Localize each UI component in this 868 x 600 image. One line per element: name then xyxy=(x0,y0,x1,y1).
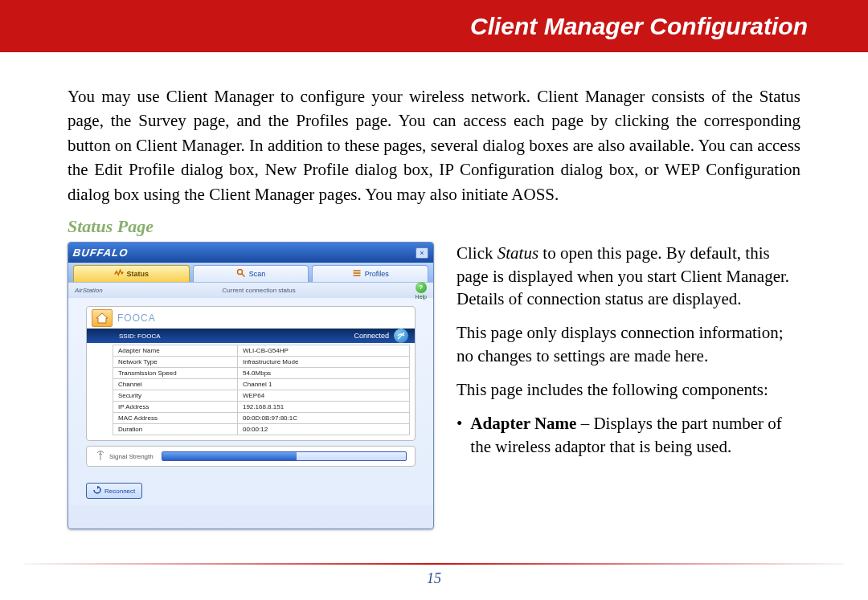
signal-bar xyxy=(162,451,407,461)
tab-scan[interactable]: Scan xyxy=(193,265,309,282)
paragraph-1: Click Status to open this page. By defau… xyxy=(457,242,800,310)
table-row: SecurityWEP64 xyxy=(113,390,410,402)
tab-profiles[interactable]: Profiles xyxy=(312,265,428,282)
brand-logo: BUFFALO xyxy=(72,247,129,259)
svg-marker-5 xyxy=(96,313,108,323)
footer-divider xyxy=(24,563,844,565)
page-title: Client Manager Configuration xyxy=(470,13,808,40)
table-row: Transmission Speed54.0Mbps xyxy=(113,368,410,379)
page-number: 15 xyxy=(0,570,868,587)
help-button[interactable]: ? Help xyxy=(416,282,427,300)
subbar-center: Current connection status xyxy=(103,287,416,294)
svg-line-1 xyxy=(242,274,245,277)
help-icon: ? xyxy=(416,282,427,293)
paragraph-3: This page includes the following compone… xyxy=(457,378,800,401)
header-bar: Client Manager Configuration xyxy=(0,0,868,52)
waveform-icon xyxy=(114,268,124,280)
intro-paragraph: You may use Client Manager to configure … xyxy=(68,84,800,206)
details-table: Adapter NameWLI-CB-G54HP Network TypeInf… xyxy=(113,345,410,435)
connection-panel: FOOCA SSID: FOOCA Connected xyxy=(86,306,416,441)
table-row: ChannelChannel 1 xyxy=(113,379,410,390)
svg-point-0 xyxy=(237,270,242,275)
svg-rect-4 xyxy=(353,275,360,276)
search-icon xyxy=(236,268,246,280)
ssid-label: SSID: FOOCA xyxy=(119,333,161,340)
bullet-dot: • xyxy=(457,412,462,458)
connection-status: Connected xyxy=(354,332,389,340)
panel-title: FOOCA xyxy=(117,312,156,324)
ssid-row: SSID: FOOCA Connected xyxy=(87,329,415,343)
list-icon xyxy=(352,268,362,280)
table-row: MAC Address00:0D:0B:97:80:1C xyxy=(113,413,410,424)
reconnect-button[interactable]: Reconnect xyxy=(86,483,142,499)
bullet-item: • Adapter Name – Displays the part numbe… xyxy=(457,412,800,458)
signal-panel: Signal Strength xyxy=(86,446,416,467)
table-row: IP Address192.168.8.151 xyxy=(113,402,410,413)
svg-rect-2 xyxy=(353,270,360,271)
reconnect-icon xyxy=(93,486,101,496)
client-manager-window: BUFFALO × Status Scan xyxy=(68,242,434,529)
tab-status[interactable]: Status xyxy=(73,265,190,282)
paragraph-2: This page only displays connection infor… xyxy=(457,321,800,367)
tab-bar: Status Scan Profiles xyxy=(68,263,433,282)
close-icon[interactable]: × xyxy=(416,247,428,259)
signal-icon xyxy=(394,329,408,343)
home-icon xyxy=(92,309,113,327)
help-label: Help xyxy=(416,294,427,300)
signal-label: Signal Strength xyxy=(109,453,154,460)
table-row: Network TypeInfrastructure Mode xyxy=(113,357,410,368)
tab-status-label: Status xyxy=(127,270,149,278)
window-titlebar: BUFFALO × xyxy=(68,243,433,263)
tab-scan-label: Scan xyxy=(249,270,266,278)
section-title: Status Page xyxy=(68,216,800,237)
tab-profiles-label: Profiles xyxy=(365,270,389,278)
svg-rect-3 xyxy=(353,272,360,274)
antenna-icon xyxy=(95,450,106,463)
table-row: Adapter NameWLI-CB-G54HP xyxy=(113,345,410,357)
table-row: Duration00:00:12 xyxy=(113,424,410,435)
description-column: Click Status to open this page. By defau… xyxy=(457,242,800,529)
subbar-left: AirStation xyxy=(75,287,103,294)
bullet-label: Adapter Name xyxy=(470,414,576,433)
sub-bar: AirStation Current connection status ? H… xyxy=(68,282,433,298)
embedded-screenshot: BUFFALO × Status Scan xyxy=(68,242,437,529)
reconnect-label: Reconnect xyxy=(104,488,135,495)
